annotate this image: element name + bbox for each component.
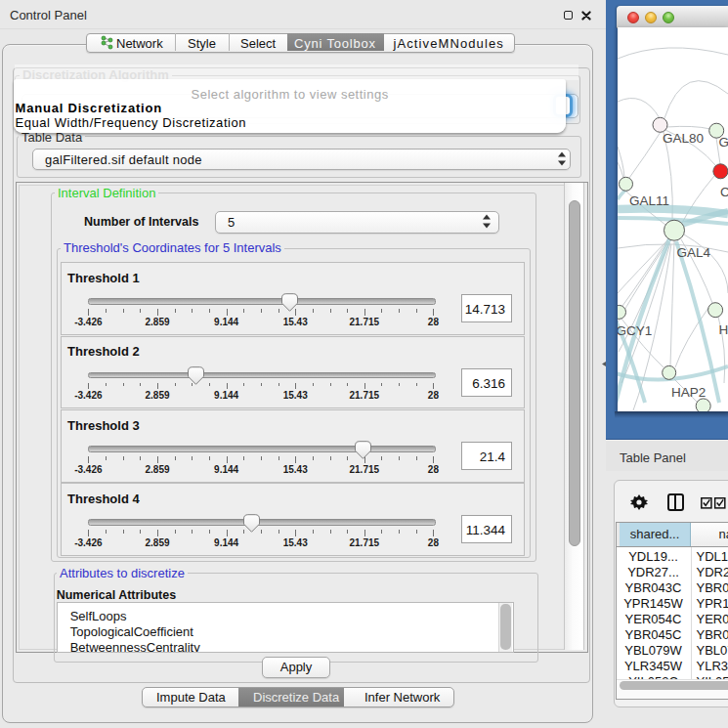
svg-text:GCY1: GCY1 [618,323,652,338]
svg-text:G.: G. [719,135,728,150]
svg-text:C: C [720,185,728,199]
svg-text:GAL80: GAL80 [663,131,704,146]
svg-text:HAP2: HAP2 [671,385,706,400]
svg-text:GAL11: GAL11 [629,193,669,208]
svg-text:H: H [719,322,728,337]
svg-text:GAL4: GAL4 [677,245,711,260]
